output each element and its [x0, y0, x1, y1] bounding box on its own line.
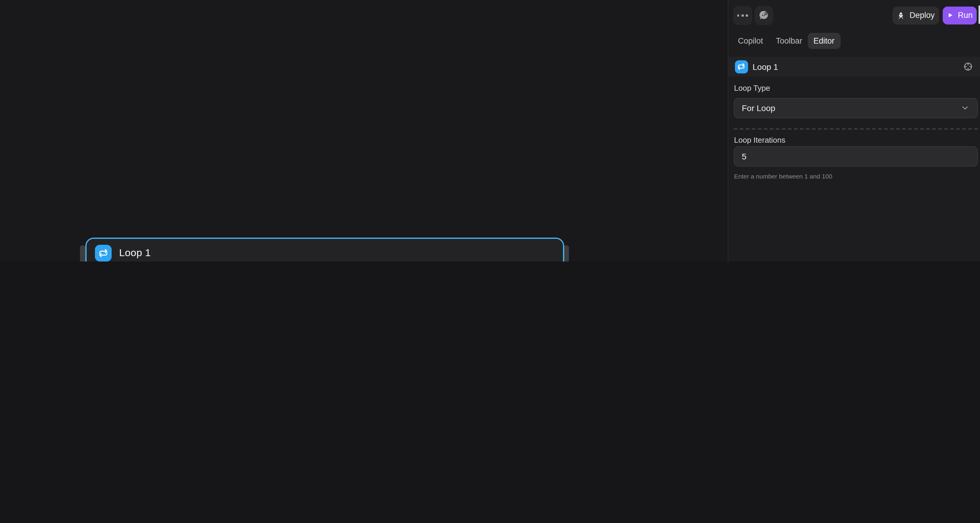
- scrollbar-thumb[interactable]: [978, 5, 980, 24]
- more-options-button[interactable]: [733, 6, 752, 25]
- tab-toolbar[interactable]: Toolbar: [770, 33, 808, 49]
- loop-group-node[interactable]: Loop 1: [85, 237, 564, 262]
- tab-editor[interactable]: Editor: [807, 33, 841, 49]
- tab-label: Copilot: [738, 37, 763, 45]
- loop-iterations-input[interactable]: [733, 146, 978, 167]
- copilot-button[interactable]: [754, 6, 773, 25]
- loop-iterations-label: Loop Iterations: [734, 135, 785, 145]
- crosshair-icon[interactable]: [962, 61, 974, 72]
- chevron-down-icon: [960, 103, 969, 112]
- selected-node-header: Loop 1: [728, 57, 980, 76]
- copilot-icon: [758, 10, 770, 21]
- loop-type-label: Loop Type: [734, 83, 770, 92]
- more-options-icon: [737, 14, 748, 16]
- tab-label: Toolbar: [776, 37, 802, 45]
- flow-canvas[interactable]: Loop 1 Start Function 1: [0, 0, 727, 262]
- loop-repeat-icon: [735, 60, 748, 73]
- run-button-label: Run: [958, 11, 973, 20]
- app-root: Loop 1 Start Function 1: [0, 0, 980, 262]
- tab-copilot[interactable]: Copilot: [732, 33, 769, 49]
- loop-repeat-icon: [95, 245, 111, 262]
- loop-output-handle[interactable]: [563, 245, 569, 262]
- deploy-button[interactable]: Deploy: [892, 6, 939, 24]
- run-button[interactable]: Run: [943, 6, 977, 24]
- loop-input-handle[interactable]: [80, 245, 85, 262]
- loop-iterations-helper: Enter a number between 1 and 100: [734, 173, 832, 180]
- inspector-sidebar: Deploy Run Copilot Toolbar Editor: [727, 0, 980, 262]
- loop-node-title: Loop 1: [119, 247, 151, 259]
- rocket-icon: [897, 11, 905, 19]
- selected-node-title: Loop 1: [752, 62, 778, 72]
- loop-type-select[interactable]: For Loop: [733, 98, 978, 118]
- section-divider: [733, 128, 978, 129]
- play-icon: [947, 12, 954, 19]
- loop-node-header[interactable]: Loop 1: [86, 238, 563, 262]
- deploy-button-label: Deploy: [910, 11, 935, 20]
- tab-label: Editor: [813, 37, 835, 45]
- loop-type-value: For Loop: [742, 103, 775, 113]
